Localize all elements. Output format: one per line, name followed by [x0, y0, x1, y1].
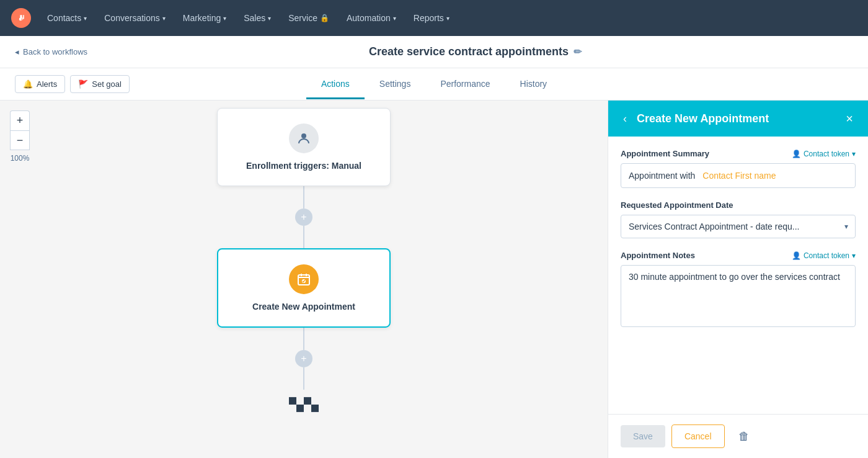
panel-header: ‹ Create New Appointment × — [608, 101, 868, 137]
chevron-down-icon: ▾ — [852, 150, 856, 158]
save-button[interactable]: Save — [621, 425, 665, 447]
workflow-canvas: + − 100% Enrollment triggers: Manual + — [0, 101, 608, 458]
appointment-summary-label-row: Appointment Summary 👤 Contact token ▾ — [621, 149, 856, 158]
person-icon: 👤 — [792, 150, 801, 158]
appointment-icon — [289, 264, 319, 294]
connector-line-2 — [303, 226, 304, 248]
nav-sales[interactable]: Sales ▾ — [236, 8, 278, 28]
bell-icon: 🔔 — [23, 79, 33, 89]
nav-service[interactable]: Service 🔒 — [281, 8, 337, 28]
panel-close-button[interactable]: × — [843, 110, 856, 127]
appointment-notes-label-row: Appointment Notes 👤 Contact token ▾ — [621, 251, 856, 260]
back-arrow-icon: ◂ — [15, 47, 19, 56]
connector-line-4 — [303, 367, 304, 390]
person-icon: 👤 — [792, 251, 801, 260]
chevron-down-icon: ▾ — [446, 15, 450, 22]
cancel-button[interactable]: Cancel — [671, 424, 725, 448]
zoom-out-button[interactable]: − — [10, 130, 30, 150]
workflow-title: Create service contract appointments ✏ — [97, 45, 853, 58]
flag-icon: 🚩 — [78, 79, 88, 89]
back-to-workflows-link[interactable]: ◂ Back to workflows — [15, 47, 87, 56]
contact-token-button-summary[interactable]: 👤 Contact token ▾ — [792, 150, 856, 158]
connector-line-3 — [303, 328, 304, 350]
trash-icon: 🗑 — [738, 430, 750, 442]
contact-token-button-notes[interactable]: 👤 Contact token ▾ — [792, 251, 856, 260]
appointment-notes-label: Appointment Notes — [621, 251, 695, 260]
panel-footer: Save Cancel 🗑 — [608, 414, 868, 458]
main-content: + − 100% Enrollment triggers: Manual + — [0, 101, 868, 458]
alerts-button[interactable]: 🔔 Alerts — [15, 75, 65, 93]
sub-header: ◂ Back to workflows Create service contr… — [0, 36, 868, 68]
tab-history[interactable]: History — [505, 70, 562, 99]
appointment-summary-section: Appointment Summary 👤 Contact token ▾ Ap… — [621, 149, 856, 188]
contact-token-chip: Contact First name — [702, 171, 776, 181]
panel-back-button[interactable]: ‹ — [621, 110, 629, 128]
enrollment-node-label: Enrollment triggers: Manual — [237, 161, 370, 171]
zoom-controls: + − 100% — [10, 110, 30, 163]
add-step-button-2[interactable]: + — [295, 350, 312, 367]
toolbar-actions: 🔔 Alerts 🚩 Set goal — [15, 75, 294, 93]
edit-icon[interactable]: ✏ — [574, 46, 582, 58]
appointment-notes-section: Appointment Notes 👤 Contact token ▾ 30 m… — [621, 251, 856, 330]
chevron-down-icon: ▾ — [852, 251, 856, 260]
appointment-node[interactable]: Create New Appointment — [217, 248, 391, 328]
chevron-down-icon: ▾ — [223, 15, 226, 22]
lock-icon: 🔒 — [320, 14, 329, 22]
nav-automation[interactable]: Automation ▾ — [339, 8, 404, 28]
appointment-node-label: Create New Appointment — [238, 302, 370, 312]
date-select-wrapper: Services Contract Appointment - date req… — [621, 215, 856, 238]
zoom-in-button[interactable]: + — [10, 110, 30, 130]
panel-title: Create New Appointment — [637, 112, 836, 125]
tab-bar: Actions Settings Performance History — [294, 70, 574, 99]
enrollment-node[interactable]: Enrollment triggers: Manual — [217, 108, 391, 186]
delete-button[interactable]: 🗑 — [733, 428, 755, 446]
chevron-down-icon: ▾ — [162, 15, 166, 22]
nav-contacts[interactable]: Contacts ▾ — [40, 8, 94, 28]
nav-marketing[interactable]: Marketing ▾ — [175, 8, 234, 28]
requested-date-label: Requested Appointment Date — [621, 200, 733, 210]
requested-date-label-row: Requested Appointment Date — [621, 200, 856, 210]
nav-reports[interactable]: Reports ▾ — [406, 8, 457, 28]
hubspot-logo — [10, 7, 32, 29]
tab-actions[interactable]: Actions — [306, 70, 365, 99]
top-navigation: Contacts ▾ Conversations ▾ Marketing ▾ S… — [0, 0, 868, 36]
set-goal-button[interactable]: 🚩 Set goal — [70, 75, 130, 93]
svg-point-1 — [301, 133, 306, 138]
appointment-summary-input[interactable]: Appointment with Contact First name — [621, 163, 856, 188]
add-step-button-1[interactable]: + — [295, 209, 312, 226]
connector-line-1 — [303, 186, 304, 209]
requested-date-select[interactable]: Services Contract Appointment - date req… — [621, 215, 856, 238]
enrollment-icon — [289, 123, 319, 153]
nav-conversations[interactable]: Conversations ▾ — [97, 8, 173, 28]
finish-icon — [289, 390, 319, 420]
right-panel: ‹ Create New Appointment × Appointment S… — [608, 101, 868, 458]
panel-body: Appointment Summary 👤 Contact token ▾ Ap… — [608, 137, 868, 414]
chevron-down-icon: ▾ — [268, 15, 271, 22]
tab-settings[interactable]: Settings — [365, 70, 426, 99]
zoom-level: 100% — [10, 154, 30, 163]
requested-date-section: Requested Appointment Date Services Cont… — [621, 200, 856, 238]
chevron-down-icon: ▾ — [393, 15, 396, 22]
appointment-summary-label: Appointment Summary — [621, 149, 709, 158]
appointment-notes-textarea[interactable]: 30 minute appointment to go over the ser… — [621, 265, 856, 327]
tab-performance[interactable]: Performance — [425, 70, 505, 99]
workflow-nodes: Enrollment triggers: Manual + Create New… — [217, 108, 391, 420]
toolbar: 🔔 Alerts 🚩 Set goal Actions Settings Per… — [0, 68, 868, 101]
chevron-down-icon: ▾ — [84, 15, 87, 22]
